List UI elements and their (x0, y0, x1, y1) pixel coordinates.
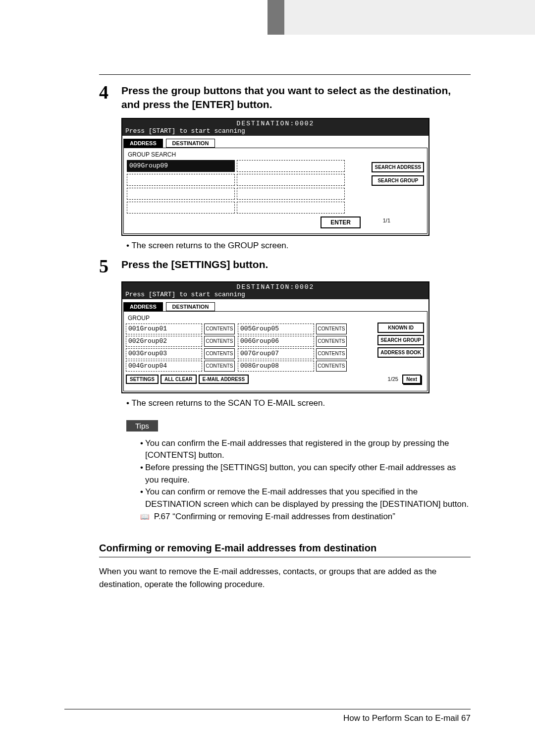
group-button[interactable]: 001Group01 (126, 324, 202, 334)
group-button[interactable]: 005Group05 (238, 324, 314, 334)
tab-destination[interactable]: DESTINATION (166, 302, 215, 311)
group-slot-empty[interactable] (237, 174, 345, 186)
screen-header: DESTINATION:0002 Press [START] to start … (122, 282, 428, 299)
screen-body: GROUP SEARCH 009Group09 (123, 148, 428, 234)
group-button[interactable]: 007Group07 (238, 348, 314, 359)
contents-button[interactable]: CONTENTS (204, 348, 235, 359)
contents-button[interactable]: CONTENTS (204, 361, 235, 372)
step-5: 5 Press the [SETTINGS] button. (99, 258, 471, 275)
step-4-title: Press the group buttons that you want to… (121, 84, 471, 112)
all-clear-button[interactable]: ALL CLEAR (160, 375, 196, 384)
email-address-button[interactable]: E-MAIL ADDRESS (199, 375, 249, 384)
section-rule (99, 557, 471, 557)
step-5-note: The screen returns to the SCAN TO E-MAIL… (126, 398, 471, 408)
tip-item: You can confirm the E-mail addresses tha… (126, 437, 471, 462)
step-5-title: Press the [SETTINGS] button. (121, 258, 268, 271)
group-slot-selected[interactable]: 009Group09 (127, 160, 235, 172)
search-address-button[interactable]: SEARCH ADDRESS (372, 162, 424, 172)
cross-reference: 📖 P.67 “Confirming or removing E-mail ad… (121, 511, 471, 523)
book-icon: 📖 (140, 511, 150, 522)
group-button[interactable]: 003Group03 (126, 348, 202, 359)
search-group-button[interactable]: SEARCH GROUP (377, 335, 424, 345)
group-label: GROUP (128, 315, 425, 322)
search-group-button[interactable]: SEARCH GROUP (372, 175, 424, 186)
group-button[interactable]: 008Group08 (238, 361, 314, 372)
tab-destination[interactable]: DESTINATION (166, 139, 215, 148)
group-slot-empty[interactable] (127, 174, 235, 186)
start-prompt: Press [START] to start scanning (125, 291, 426, 298)
contents-button[interactable]: CONTENTS (316, 336, 347, 347)
screen-tabs: ADDRESS DESTINATION (122, 136, 428, 148)
footer-text: How to Perform Scan to E-mail 67 (64, 713, 471, 723)
step-4: 4 Press the group buttons that you want … (99, 84, 471, 112)
section-heading: Confirming or removing E-mail addresses … (99, 542, 471, 554)
group-search-label: GROUP SEARCH (128, 151, 425, 158)
step-5-number: 5 (99, 257, 121, 275)
destination-count: DESTINATION:0002 (125, 120, 426, 127)
contents-button[interactable]: CONTENTS (204, 336, 235, 347)
group-button[interactable]: 004Group04 (126, 361, 202, 372)
section-paragraph: When you want to remove the E-mail addre… (99, 565, 471, 591)
next-button[interactable]: Next (402, 375, 421, 384)
step-4-number: 4 (99, 83, 121, 102)
contents-button[interactable]: CONTENTS (204, 324, 235, 334)
page-footer: How to Perform Scan to E-mail 67 (64, 705, 471, 723)
screen-header: DESTINATION:0002 Press [START] to start … (122, 119, 428, 136)
tab-address[interactable]: ADDRESS (123, 302, 163, 311)
contents-button[interactable]: CONTENTS (316, 361, 347, 372)
settings-button[interactable]: SETTINGS (126, 375, 159, 384)
start-prompt: Press [START] to start scanning (125, 127, 426, 135)
xref-text: P.67 “Confirming or removing E-mail addr… (154, 512, 395, 521)
destination-count: DESTINATION:0002 (125, 283, 426, 291)
page-indicator: 1/1 (383, 217, 390, 223)
known-id-button[interactable]: KNOWN ID (377, 323, 424, 333)
top-rule (99, 74, 471, 75)
contents-button[interactable]: CONTENTS (316, 348, 347, 359)
screen-footer: SETTINGS ALL CLEAR E-MAIL ADDRESS 1/25 N… (126, 375, 425, 384)
footer-rule (64, 709, 471, 709)
tips-list: You can confirm the E-mail addresses tha… (126, 437, 471, 511)
screen-body: GROUP 001Group01 CONTENTS 005Group05 CON… (123, 311, 428, 391)
step-5-screen: DESTINATION:0002 Press [START] to start … (121, 281, 429, 393)
screen-tabs: ADDRESS DESTINATION (122, 299, 428, 311)
group-slot-empty[interactable] (237, 160, 345, 172)
tip-item: Before pressing the [SETTINGS] button, y… (126, 462, 471, 486)
contents-button[interactable]: CONTENTS (316, 324, 347, 334)
step-4-screen: DESTINATION:0002 Press [START] to start … (121, 118, 429, 236)
enter-button[interactable]: ENTER (321, 216, 361, 228)
group-slot-empty[interactable] (127, 202, 235, 214)
step-4-note: The screen returns to the GROUP screen. (126, 241, 471, 251)
group-slot-empty[interactable] (237, 202, 345, 214)
group-slot-empty[interactable] (237, 188, 345, 200)
address-book-button[interactable]: ADDRESS BOOK (377, 347, 424, 358)
group-button[interactable]: 002Group02 (126, 336, 202, 347)
tip-item: You can confirm or remove the E-mail add… (126, 486, 471, 510)
group-button[interactable]: 006Group06 (238, 336, 314, 347)
group-slot-empty[interactable] (127, 188, 235, 200)
tab-address[interactable]: ADDRESS (123, 139, 163, 148)
page-indicator: 1/25 (388, 376, 398, 382)
group-row: 004Group04 CONTENTS 008Group08 CONTENTS (126, 361, 425, 372)
tips-label: Tips (126, 420, 158, 432)
